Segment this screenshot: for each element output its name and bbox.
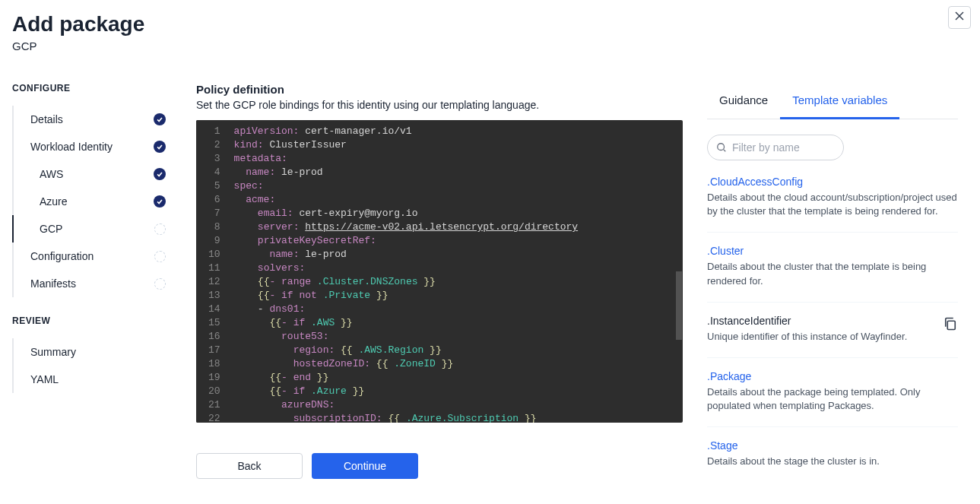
line-number: 19 <box>208 371 220 385</box>
back-button[interactable]: Back <box>196 453 303 479</box>
code-line[interactable]: name: le-prod <box>228 248 683 262</box>
main-content: Policy definition Set the GCP role bindi… <box>196 83 683 495</box>
variable-name[interactable]: .Stage <box>707 439 958 452</box>
code-line[interactable]: acme: <box>228 193 683 207</box>
line-number: 8 <box>208 220 220 234</box>
pending-icon <box>154 223 166 235</box>
code-line[interactable]: - dns01: <box>228 303 683 316</box>
sidebar-item-azure[interactable]: Azure <box>14 188 172 215</box>
code-line[interactable]: azureDNS: <box>228 398 683 412</box>
variable-list: .CloudAccessConfigDetails about the clou… <box>707 176 958 483</box>
tab-guidance[interactable]: Guidance <box>707 86 780 119</box>
variable-item: .PackageDetails about the package being … <box>707 370 958 427</box>
sidebar-item-label: YAML <box>30 373 59 385</box>
check-icon <box>154 141 166 153</box>
line-number: 5 <box>208 179 220 193</box>
copy-icon[interactable] <box>943 316 958 331</box>
sidebar-item-label: Configuration <box>30 250 94 262</box>
code-line[interactable]: solvers: <box>228 262 683 275</box>
filter-input[interactable] <box>707 135 844 160</box>
continue-button[interactable]: Continue <box>312 453 418 479</box>
close-icon <box>954 11 965 24</box>
sidebar-item-label: GCP <box>40 223 62 235</box>
line-number: 3 <box>208 152 220 166</box>
sidebar-item-label: AWS <box>40 168 63 180</box>
code-line[interactable]: privateKeySecretRef: <box>228 234 683 248</box>
sidebar-item-gcp[interactable]: GCP <box>12 215 172 242</box>
pending-icon <box>154 278 166 290</box>
line-number: 18 <box>208 357 220 371</box>
sidebar-item-manifests[interactable]: Manifests <box>14 270 172 297</box>
line-number: 4 <box>208 166 220 179</box>
variable-desc: Details about the cloud account/subscrip… <box>707 191 958 218</box>
code-line[interactable]: {{- if not .Private }} <box>228 289 683 303</box>
line-number: 17 <box>208 344 220 357</box>
sidebar-item-yaml[interactable]: YAML <box>14 366 172 393</box>
variable-item: .CloudAccessConfigDetails about the clou… <box>707 176 958 233</box>
svg-line-3 <box>724 150 726 152</box>
review-section-label: REVIEW <box>12 315 172 326</box>
page-subtitle: GCP <box>12 40 968 52</box>
code-line[interactable]: apiVersion: cert-manager.io/v1 <box>228 125 683 138</box>
code-line[interactable]: email: cert-expiry@myorg.io <box>228 207 683 220</box>
sidebar-item-label: Summary <box>30 346 76 358</box>
sidebar-item-aws[interactable]: AWS <box>14 160 172 188</box>
line-number: 21 <box>208 398 220 412</box>
code-body[interactable]: apiVersion: cert-manager.io/v1kind: Clus… <box>228 120 683 423</box>
sidebar-item-details[interactable]: Details <box>14 106 172 133</box>
variable-desc: Details about the package being template… <box>707 385 958 413</box>
code-line[interactable]: region: {{ .AWS.Region }} <box>228 344 683 357</box>
close-button[interactable] <box>948 6 971 29</box>
configure-nav: DetailsWorkload IdentityAWSAzureGCPConfi… <box>12 106 172 297</box>
scrollbar-thumb[interactable] <box>676 271 682 340</box>
code-line[interactable]: {{- end }} <box>228 371 683 385</box>
code-line[interactable]: hostedZoneID: {{ .ZoneID }} <box>228 357 683 371</box>
code-editor[interactable]: 12345678910111213141516171819202122 apiV… <box>196 120 683 423</box>
line-number: 22 <box>208 412 220 423</box>
line-number: 9 <box>208 234 220 248</box>
sidebar-item-configuration[interactable]: Configuration <box>14 242 172 270</box>
variable-name[interactable]: .CloudAccessConfig <box>707 176 958 188</box>
line-number: 16 <box>208 330 220 344</box>
section-desc: Set the GCP role bindings for this ident… <box>196 99 683 111</box>
check-icon <box>154 168 166 180</box>
code-line[interactable]: {{- if .AWS }} <box>228 316 683 330</box>
sidebar-item-summary[interactable]: Summary <box>14 338 172 366</box>
code-line[interactable]: spec: <box>228 179 683 193</box>
line-number: 12 <box>208 275 220 289</box>
variable-name: .InstanceIdentifier <box>707 315 958 327</box>
right-panel: GuidanceTemplate variables .CloudAccessC… <box>707 83 958 495</box>
line-number: 7 <box>208 207 220 220</box>
line-number: 6 <box>208 193 220 207</box>
code-line[interactable]: server: https://acme-v02.api.letsencrypt… <box>228 220 683 234</box>
tab-template-variables[interactable]: Template variables <box>780 86 899 119</box>
code-line[interactable]: {{- range .Cluster.DNSZones }} <box>228 275 683 289</box>
sidebar-item-workload-identity[interactable]: Workload Identity <box>14 133 172 160</box>
code-line[interactable]: route53: <box>228 330 683 344</box>
sidebar-item-label: Workload Identity <box>30 141 113 153</box>
variable-desc: Unique identifier of this instance of Wa… <box>707 330 958 344</box>
variable-desc: Details about the stage the cluster is i… <box>707 455 958 468</box>
tabs: GuidanceTemplate variables <box>707 86 958 119</box>
variable-name[interactable]: .Cluster <box>707 245 958 257</box>
review-nav: SummaryYAML <box>12 338 172 393</box>
check-icon <box>154 195 166 208</box>
pending-icon <box>154 251 166 262</box>
line-number: 20 <box>208 385 220 398</box>
variable-desc: Details about the cluster that the templ… <box>707 260 958 287</box>
search-icon <box>716 142 727 153</box>
code-line[interactable]: kind: ClusterIssuer <box>228 138 683 152</box>
code-line[interactable]: metadata: <box>228 152 683 166</box>
sidebar-item-label: Details <box>30 113 63 125</box>
sidebar: CONFIGURE DetailsWorkload IdentityAWSAzu… <box>12 83 172 495</box>
variable-item: .InstanceIdentifierUnique identifier of … <box>707 315 958 358</box>
configure-section-label: CONFIGURE <box>12 83 172 94</box>
variable-name[interactable]: .Package <box>707 370 958 382</box>
code-line[interactable]: name: le-prod <box>228 166 683 179</box>
code-line[interactable]: subscriptionID: {{ .Azure.Subscription }… <box>228 412 683 423</box>
code-line[interactable]: {{- if .Azure }} <box>228 385 683 398</box>
page-title: Add package <box>12 12 968 36</box>
line-number: 11 <box>208 262 220 275</box>
variable-item: .ClusterDetails about the cluster that t… <box>707 245 958 302</box>
svg-rect-4 <box>947 321 955 329</box>
